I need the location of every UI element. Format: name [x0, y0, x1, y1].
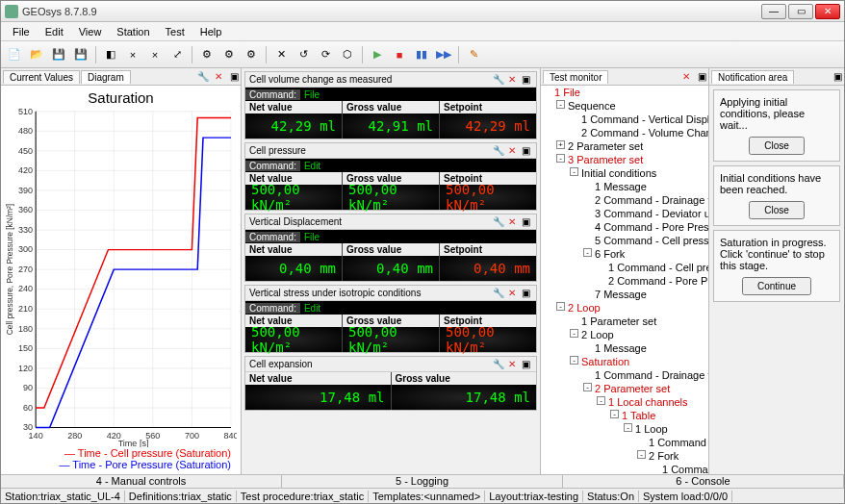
bottom-tab[interactable]: 6 - Console	[563, 475, 844, 488]
close-button[interactable]: ✕	[815, 4, 840, 19]
tree-toggle[interactable]: -	[570, 167, 578, 176]
tab-current-values[interactable]: Current Values	[3, 70, 80, 84]
open-icon[interactable]: 📂	[27, 45, 46, 64]
delete-icon[interactable]: ✕	[505, 215, 519, 229]
tree-node[interactable]: 1 Command - Cell pressure	[608, 261, 708, 274]
tree-node[interactable]: -2 Loop1 Message	[581, 328, 708, 355]
tool-icon[interactable]: ✎	[464, 45, 483, 64]
tree-toggle[interactable]: -	[556, 100, 565, 109]
toolbar-btn[interactable]: ◧	[101, 45, 120, 64]
collapse-icon[interactable]: ▣	[519, 287, 532, 300]
tree-node[interactable]: 1 Parameter set	[581, 315, 708, 328]
tree-toggle[interactable]: -	[556, 302, 565, 311]
ff-icon[interactable]: ▶▶	[434, 45, 453, 64]
toolbar-btn[interactable]: ✕	[271, 45, 291, 64]
tree-node[interactable]: -Sequence1 Command - Vertical Displaceme…	[568, 99, 708, 139]
tree-node[interactable]: 2 Command - Volume Change	[581, 126, 708, 139]
menu-file[interactable]: File	[5, 24, 38, 39]
tree-node[interactable]: 1 Command - Drainage valve	[595, 368, 708, 382]
tree-node[interactable]: -1 Local channels-1 Table-1 Loop1 Comman…	[608, 395, 708, 474]
tree-node[interactable]: 3 Command - Deviator under isotr	[595, 207, 708, 220]
bottom-tab[interactable]: 5 - Logging	[282, 475, 563, 488]
wrench-icon[interactable]: 🔧	[492, 215, 505, 229]
gear-icon[interactable]: ⚙	[242, 45, 261, 64]
saveall-icon[interactable]: 💾	[71, 45, 90, 64]
tree-node[interactable]: +2 Parameter set	[568, 139, 708, 153]
tree-node[interactable]: 5 Command - Cell pressure	[595, 234, 708, 247]
tree-node[interactable]: -2 Loop1 Parameter set-2 Loop1 Message-S…	[568, 301, 708, 474]
toolbar-btn[interactable]: ⟳	[316, 45, 335, 64]
toolbar-btn[interactable]: ×	[145, 45, 165, 64]
refresh-icon[interactable]: ↺	[294, 45, 313, 64]
toolbar-btn[interactable]: ⤢	[167, 45, 187, 64]
collapse-icon[interactable]: ▣	[695, 70, 708, 84]
tree-node[interactable]: 4 Command - Pore Pressure	[595, 220, 708, 234]
test-tree[interactable]: 1 File-Sequence1 Command - Vertical Disp…	[541, 86, 708, 474]
save-icon[interactable]: 💾	[49, 45, 68, 64]
tree-toggle[interactable]: -	[624, 423, 632, 432]
wrench-icon[interactable]: 🔧	[492, 358, 505, 371]
notification-button[interactable]: Close	[749, 201, 805, 219]
gear-icon[interactable]: ⚙	[197, 45, 217, 64]
delete-icon[interactable]: ✕	[505, 287, 519, 300]
tree-node[interactable]: -Saturation1 Command - Drainage valve-2 …	[581, 355, 708, 474]
tree-toggle[interactable]: -	[570, 329, 578, 338]
tree-toggle[interactable]: -	[610, 410, 619, 418]
delete-icon[interactable]: ✕	[505, 73, 519, 87]
menu-test[interactable]: Test	[158, 24, 192, 39]
tree-node[interactable]: 1 Command - D	[649, 436, 708, 449]
tree-node[interactable]: -1 Loop1 Command - D-2 Fork1 Command2 Co…	[635, 422, 708, 474]
notification-button[interactable]: Continue	[742, 277, 811, 295]
wrench-icon[interactable]: 🔧	[492, 144, 505, 158]
gear-icon[interactable]: ⚙	[219, 45, 239, 64]
minimize-button[interactable]: —	[761, 4, 786, 19]
toolbar-btn[interactable]: ⬡	[338, 45, 357, 64]
tree-toggle[interactable]: -	[570, 356, 578, 365]
collapse-icon[interactable]: ▣	[519, 144, 532, 158]
tree-toggle[interactable]: -	[597, 396, 605, 405]
delete-icon[interactable]: ✕	[212, 70, 225, 84]
menu-view[interactable]: View	[71, 24, 110, 39]
notification-button[interactable]: Close	[749, 137, 805, 155]
tree-node[interactable]: 2 Command - Drainage valve	[595, 193, 708, 207]
tree-node[interactable]: -Initial conditions1 Message2 Command - …	[581, 166, 708, 301]
tab-test-monitor[interactable]: Test monitor	[543, 70, 608, 84]
tree-node[interactable]: -6 Fork1 Command - Cell pressure2 Comman…	[595, 247, 708, 288]
tab-diagram[interactable]: Diagram	[81, 70, 131, 84]
tab-notifications[interactable]: Notification area	[711, 70, 794, 84]
tree-toggle[interactable]: +	[556, 140, 565, 149]
wrench-icon[interactable]: 🔧	[492, 287, 505, 300]
wrench-icon[interactable]: 🔧	[492, 73, 505, 87]
new-icon[interactable]: 📄	[5, 45, 24, 64]
tree-toggle[interactable]: -	[583, 248, 592, 257]
stop-icon[interactable]: ■	[390, 45, 409, 64]
tree-node[interactable]: -2 Parameter set-1 Local channels-1 Tabl…	[595, 382, 708, 474]
collapse-icon[interactable]: ▣	[519, 73, 532, 87]
tree-node[interactable]: 1 File-Sequence1 Command - Vertical Disp…	[554, 86, 708, 474]
collapse-icon[interactable]: ▣	[227, 70, 241, 84]
tree-node[interactable]: 1 Message	[595, 341, 708, 355]
tree-node[interactable]: -1 Table-1 Loop1 Command - D-2 Fork1 Com…	[622, 409, 708, 474]
play-icon[interactable]: ▶	[368, 45, 387, 64]
collapse-icon[interactable]: ▣	[519, 215, 532, 229]
delete-icon[interactable]: ✕	[505, 144, 519, 158]
wrench-icon[interactable]: 🔧	[196, 70, 210, 84]
tree-node[interactable]: -2 Fork1 Command2 Command	[649, 449, 708, 474]
collapse-icon[interactable]: ▣	[831, 70, 844, 84]
tree-node[interactable]: -3 Parameter set-Initial conditions1 Mes…	[568, 153, 708, 301]
bottom-tab[interactable]: 4 - Manual controls	[1, 475, 282, 488]
tree-toggle[interactable]: -	[556, 154, 565, 163]
delete-icon[interactable]: ✕	[679, 70, 693, 84]
menu-edit[interactable]: Edit	[38, 24, 71, 39]
tree-node[interactable]: 1 Message	[595, 180, 708, 193]
tree-node[interactable]: 1 Command - Vertical Displacement	[581, 113, 708, 126]
tree-toggle[interactable]: -	[583, 383, 592, 391]
toolbar-btn[interactable]: ×	[123, 45, 142, 64]
menu-help[interactable]: Help	[192, 24, 230, 39]
delete-icon[interactable]: ✕	[505, 358, 519, 371]
maximize-button[interactable]: ▭	[788, 4, 813, 19]
tree-node[interactable]: 7 Message	[595, 288, 708, 301]
menu-station[interactable]: Station	[109, 24, 157, 39]
tree-node[interactable]: 1 Command	[662, 463, 708, 474]
tree-toggle[interactable]: -	[637, 450, 646, 459]
